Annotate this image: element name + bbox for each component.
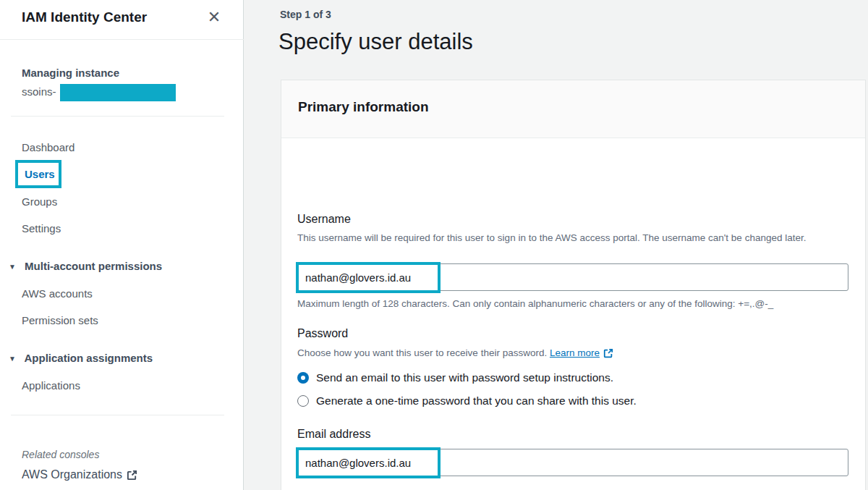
aws-organizations-link[interactable]: AWS Organizations [22, 468, 137, 481]
chevron-down-icon: ▼ [9, 263, 16, 271]
password-option-otp[interactable]: Generate a one-time password that you ca… [297, 394, 637, 407]
sidebar: IAM Identity Center ✕ Managing instance … [0, 0, 244, 490]
sidebar-section-label: Multi-account permissions [25, 260, 162, 272]
divider [11, 116, 224, 117]
panel-body: Username This username will be required … [281, 138, 865, 490]
sidebar-item-groups[interactable]: Groups [22, 195, 57, 208]
panel-title: Primary information [298, 99, 429, 115]
learn-more-label: Learn more [550, 346, 600, 360]
sidebar-item-applications[interactable]: Applications [22, 379, 80, 392]
aws-organizations-label: AWS Organizations [22, 468, 122, 481]
radio-selected-icon[interactable] [297, 372, 309, 384]
username-input[interactable] [297, 263, 848, 291]
username-label: Username [297, 213, 351, 226]
radio-label: Generate a one-time password that you ca… [316, 394, 637, 407]
sidebar-item-permission-sets[interactable]: Permission sets [22, 314, 98, 326]
related-consoles-label: Related consoles [22, 449, 99, 460]
password-description-text: Choose how you want this user to receive… [297, 347, 547, 358]
wizard-step-label: Step 1 of 3 [280, 9, 331, 20]
email-label: Email address [297, 428, 370, 441]
sidebar-item-settings[interactable]: Settings [22, 222, 61, 235]
instance-id: ssoins- [22, 85, 56, 98]
panel-header: Primary information [281, 80, 865, 138]
sidebar-section-label: Application assignments [25, 352, 153, 364]
radio-unselected-icon[interactable] [297, 395, 309, 407]
external-link-icon [603, 348, 614, 359]
close-icon[interactable]: ✕ [205, 9, 223, 26]
password-option-email[interactable]: Send an email to this user with password… [297, 371, 613, 384]
radio-label: Send an email to this user with password… [316, 371, 613, 384]
sidebar-item-aws-accounts[interactable]: AWS accounts [22, 287, 93, 300]
email-input[interactable] [297, 449, 848, 476]
divider [0, 39, 244, 40]
sidebar-section-multi-account[interactable]: ▼ Multi-account permissions [9, 260, 162, 272]
sidebar-item-dashboard[interactable]: Dashboard [22, 141, 75, 153]
username-description: This username will be required for this … [297, 231, 848, 245]
page-title: Specify user details [278, 29, 473, 55]
external-link-icon [127, 470, 137, 481]
primary-information-panel: Primary information Username This userna… [281, 80, 866, 490]
sidebar-item-users[interactable]: Users [25, 168, 55, 180]
learn-more-link[interactable]: Learn more [550, 346, 614, 360]
password-label: Password [297, 327, 348, 340]
chevron-down-icon: ▼ [9, 355, 16, 363]
divider [11, 415, 224, 415]
main-content: Step 1 of 3 Specify user details Primary… [244, 0, 868, 490]
sidebar-section-application-assignments[interactable]: ▼ Application assignments [9, 352, 153, 364]
managing-instance-label: Managing instance [22, 67, 119, 79]
redaction-block [60, 84, 176, 101]
username-constraint: Maximum length of 128 characters. Can on… [297, 298, 773, 309]
sidebar-title: IAM Identity Center [22, 9, 147, 25]
password-description: Choose how you want this user to receive… [297, 346, 848, 360]
users-annotation-box: Users [15, 160, 61, 188]
